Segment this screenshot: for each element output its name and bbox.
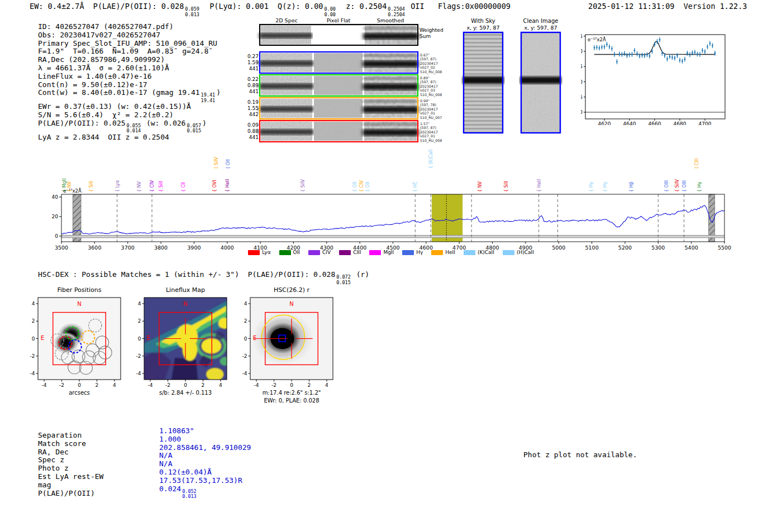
fiber-id-label: 0.99"	[420, 99, 430, 103]
fiber-weight-label: 441	[249, 135, 259, 140]
svg-text:-2: -2	[165, 382, 170, 388]
emission-line-label: { Hζ	[413, 182, 418, 192]
legend-swatch	[503, 250, 514, 255]
fiber-id-label: 20230417	[420, 61, 438, 65]
svg-text:4: 4	[138, 301, 141, 306]
svg-text:4: 4	[32, 301, 35, 306]
fiber-id-label: 0.67"	[420, 53, 430, 57]
fiber-id-label: (597, 78)	[420, 103, 436, 107]
fiber-id-label: 510_RU_007	[420, 116, 442, 120]
plot-xlabel: arcsecs	[69, 390, 90, 396]
match-table-labels: SeparationMatch scoreRA, DecSpec zPhoto …	[38, 432, 103, 497]
plot-xlabel2: EWr: 0, PLAE: 0.028	[264, 397, 319, 404]
emission-line-label: { NV	[137, 181, 142, 192]
info-line: LyA z = 2.8344 OII z = 0.2504	[38, 133, 221, 142]
emission-line-label: { SiII	[504, 181, 509, 192]
match-field-value: 0.0240.0520.013	[159, 485, 251, 499]
stacked-uncertainty: 0.0550.014	[127, 123, 141, 133]
fiber-id-label: 0.89"	[420, 76, 430, 80]
svg-text:5200: 5200	[618, 245, 632, 250]
svg-text:4: 4	[244, 301, 247, 306]
full-spectrum-chart: 0204035003600370038003900400041004200430…	[0, 148, 782, 250]
emission-line-label: ( OII	[226, 159, 231, 169]
emission-line-label: { NV	[67, 181, 72, 192]
emission-line-label: { Lyα	[115, 180, 120, 192]
svg-text:20: 20	[52, 214, 59, 219]
svg-text:4600: 4600	[419, 245, 433, 250]
svg-text:3600: 3600	[88, 245, 101, 250]
panel-title: With Sky	[471, 18, 495, 24]
legend-swatch	[402, 250, 414, 255]
svg-text:0: 0	[78, 382, 81, 388]
legend-item: CIV	[308, 250, 331, 255]
info-line: RA,Dec (202.857986,49.909992)	[38, 56, 221, 64]
legend-item: HeII	[431, 250, 455, 255]
line-fit-inset-chart: 051015202546204640466046804700e⁻¹⁷x2Å	[581, 29, 754, 125]
info-line: Cont(w) = 8.40(±0.01)e-17 (gmag 19.4119.…	[38, 89, 221, 103]
match-field-value: 17.53(17.53,17.53)R	[159, 477, 251, 485]
match-field-label: mag	[38, 481, 103, 490]
svg-text:4700: 4700	[452, 245, 466, 250]
emission-line-label: { CII	[181, 182, 186, 192]
fiber-id-label: 20230417	[420, 84, 438, 88]
compass-east: E	[147, 335, 150, 341]
info-line: Obs: 20230417v027_4026527047	[38, 31, 221, 40]
legend-swatch	[279, 250, 291, 255]
legend-swatch	[248, 250, 260, 255]
fiber-weight-label: 1.59	[247, 60, 259, 65]
fiber-id-label: 510_RU_008	[420, 70, 442, 74]
svg-text:15: 15	[581, 64, 583, 69]
fiber-id-label: 1.57"	[420, 122, 430, 126]
svg-text:-4: -4	[242, 371, 247, 376]
fiber-id-label: 510_RU_008	[420, 93, 442, 97]
emission-line-label: { OIII	[682, 180, 687, 192]
emission-line-label: { HeII	[225, 179, 230, 192]
spectrum-legend: LyαOIICIVCIIIMgIIHγHeII(K)CaII(H)CaII	[0, 250, 782, 255]
svg-text:5000: 5000	[552, 245, 565, 250]
detection-highlight-band	[432, 194, 462, 242]
fiber-id-label: 510_RU_008	[420, 138, 442, 143]
svg-text:-4: -4	[136, 371, 141, 376]
svg-text:10: 10	[581, 79, 583, 85]
legend-swatch	[369, 250, 381, 255]
emission-line-label: { Hγ	[697, 181, 702, 192]
svg-text:0: 0	[55, 233, 58, 239]
svg-text:4: 4	[219, 382, 222, 388]
stacked-uncertainty: 0.0720.015	[336, 275, 351, 285]
fiber-weight-label: 0.27	[247, 54, 259, 59]
legend-swatch	[339, 250, 351, 255]
stacked-uncertainty: 0.0570.015	[187, 123, 201, 133]
emission-line-label: { SiII	[159, 181, 164, 192]
svg-text:3800: 3800	[154, 245, 168, 250]
svg-text:0: 0	[32, 336, 35, 342]
match-field-value: 1.10863"	[159, 427, 251, 435]
emission-line-label: { SiIV	[675, 179, 680, 192]
weighted-sum-label: Sum	[419, 33, 431, 39]
info-line: Cont(n) = 9.50(±0.12)e-17	[38, 81, 221, 89]
clean-image-panel: Clean Imagex, y: 597, 87	[519, 17, 562, 135]
fiber-id-label: (597, 87)	[420, 80, 436, 84]
fiber-id-label: 20230417	[420, 107, 438, 111]
panel-title: Clean Image	[523, 18, 559, 24]
match-field-value: 0.12(±0.04)Å	[159, 468, 251, 477]
svg-text:4: 4	[325, 382, 328, 388]
svg-text:5: 5	[581, 94, 583, 100]
stacked-uncertainty: 0.0520.013	[182, 489, 197, 499]
info-line: λ = 4661.37Å σ = 2.60(±1.10)Å	[38, 64, 221, 73]
svg-text:40: 40	[52, 194, 59, 200]
svg-text:4200: 4200	[287, 245, 300, 250]
timestamp-version: 2025-01-12 11:31:09 Version 1.22.3	[588, 2, 747, 11]
svg-text:-4: -4	[42, 382, 47, 388]
svg-text:4000: 4000	[221, 245, 234, 250]
legend-item: Lyα	[248, 250, 270, 255]
svg-text:4660: 4660	[649, 121, 661, 125]
match-field-label: Est LyA rest-EW	[38, 473, 103, 481]
match-table-values: 1.10863"1.000202.858461, 49.910029N/AN/A…	[159, 427, 251, 499]
svg-text:2: 2	[96, 382, 99, 388]
svg-text:4640: 4640	[623, 121, 636, 125]
spectrum-line	[61, 205, 724, 234]
match-field-label: RA, Dec	[38, 448, 103, 457]
svg-text:0: 0	[290, 382, 293, 388]
info-line: ID: 4026527047 (4026527047.pdf)	[38, 23, 221, 31]
fiber-weight-label: 442	[249, 112, 259, 117]
